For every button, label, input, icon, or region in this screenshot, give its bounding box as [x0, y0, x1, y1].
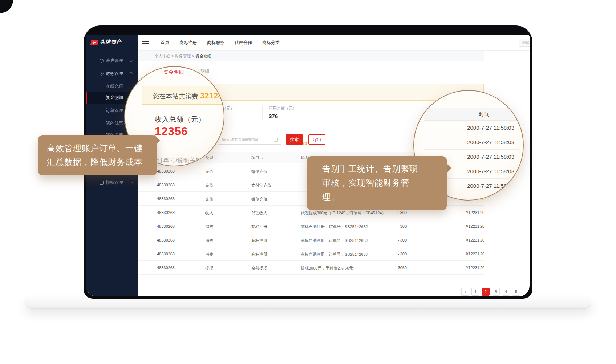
pagination-page-3[interactable]: 3 [492, 288, 500, 296]
table-row[interactable]: 48330268提现余额提现提现3000元，手续费2%(60元)- 3060¥1… [138, 261, 484, 275]
table-cell-project: 商标注册 [251, 224, 267, 230]
table-cell-desc: 商标自助注册，订单号：SB2514263J [301, 252, 368, 257]
pagination-page-2[interactable]: 2 [482, 288, 490, 296]
table-cell-amount: - 300 [370, 238, 407, 242]
date-placeholder: 输入你要查询的时间 [222, 137, 258, 142]
nav-item-trademark-service[interactable]: 商标服务 [207, 40, 224, 46]
sidebar-item-label: 财务管理 [106, 70, 123, 77]
table-cell-order: 48330268 [157, 252, 175, 256]
sidebar-item-finance[interactable]: ¥ 财务管理 [86, 69, 138, 78]
table-cell-order: 48330268 [157, 210, 175, 215]
breadcrumb-finance[interactable]: 财务管理 [175, 54, 191, 58]
stat-balance-label: 可用余额（元） [269, 106, 297, 111]
top-navbar: 首页 商标注册 商标服务 代理合作 商标分类 请输入商标名，申请号，申请人 [138, 35, 530, 51]
sidebar-item-template[interactable]: 模板管理 [86, 178, 138, 187]
brand-subtitle [100, 46, 121, 46]
table-row[interactable]: 48330268消费商标注册商标自助注册，订单号：SB2514263J- 300… [138, 219, 484, 233]
magnified-tab-label: 资金明细 [163, 69, 184, 76]
table-cell-amount: - 3060 [370, 266, 407, 270]
caret-down-icon[interactable] [261, 157, 263, 159]
chevron-up-icon [130, 72, 133, 75]
logo[interactable]: F 头牌知产 [91, 39, 122, 45]
table-row[interactable]: 48330268消费商标注册商标自助注册，订单号：SB2514263J- 300… [138, 247, 484, 261]
table-cell-time: 2000-7-27 11:58:03 [480, 266, 484, 270]
breadcrumb: 个人中心 > 财务管理 > 资金明细 [138, 51, 484, 61]
table-cell-balance: ¥12231 [443, 224, 479, 228]
table-cell-project: 余额提现 [251, 266, 267, 271]
table-cell-time: 2000-7-27 11:58:03 [480, 238, 484, 242]
sidebar-item-online-recharge[interactable]: 在线充值 [86, 81, 138, 91]
sidebar-item-label: 资金明细 [106, 94, 123, 101]
search-button[interactable]: 搜索 [286, 134, 303, 145]
nav-item-trademark-register[interactable]: 商标注册 [179, 40, 197, 46]
table-cell-type: 充值 [205, 183, 213, 188]
callout-text: 理。 [322, 190, 447, 204]
magnified-banner: 您在本站共消费 32124 元 [142, 86, 224, 105]
stat-divider [262, 105, 263, 120]
pagination-page-4[interactable]: 4 [502, 288, 510, 296]
stat-balance-value: 376 [269, 113, 278, 119]
calendar-icon[interactable] [274, 138, 278, 142]
search-input[interactable]: 请输入商标名，申请号，申请人 [519, 39, 530, 47]
table-cell-project: 代理收入 [251, 210, 267, 216]
table-cell-amount: - 300 [370, 252, 407, 256]
breadcrumb-home[interactable]: 个人中心 [154, 54, 170, 58]
table-cell-order: 48330268 [157, 238, 175, 242]
magnified-income-value: 12356 [155, 125, 188, 138]
sidebar-item-account[interactable]: 账户管理 [86, 56, 138, 65]
template-icon [100, 181, 104, 185]
finance-icon: ¥ [100, 72, 104, 76]
table-cell-balance: ¥12231 [443, 238, 479, 242]
tab-secondary-fragment[interactable]: 明细 [200, 68, 209, 74]
brand-name: 头牌知产 [100, 39, 122, 45]
magnified-time-row: 2000-7-27 11:58:03 [424, 135, 519, 150]
table-cell-desc: 商标自助注册，订单号：SB2514263J [301, 238, 368, 243]
pagination-page-1[interactable]: 1 [471, 288, 479, 296]
table-cell-project: 商标注册 [251, 238, 267, 243]
export-button[interactable]: 导出 [308, 134, 325, 145]
magnified-banner-text: 您在本站共消费 32124 元 [153, 91, 224, 101]
table-cell-order: 48330268 [157, 183, 175, 187]
table-cell-project: 微信充值 [251, 169, 267, 174]
marketing-screenshot-stage: F 头牌知产 账户管理 ¥ 财务管理 在线充值 资金明细 订单 [0, 0, 616, 364]
pagination: ‹12345 [461, 288, 520, 296]
date-query-input[interactable]: 输入你要查询的时间 [218, 135, 281, 145]
header-type[interactable]: 类型 [205, 155, 216, 161]
table-cell-time: 2000-7-27 11:58:03 [480, 252, 484, 256]
callout-text: 汇总数据，降低财务成本 [47, 155, 157, 169]
sidebar-item-label: 订单管理 [106, 108, 123, 114]
nav-links: 首页 商标注册 商标服务 代理合作 商标分类 [161, 35, 280, 51]
table-cell-desc: 提现3000元，手续费2%(60元) [301, 266, 354, 271]
table-cell-order: 48330268 [157, 266, 175, 270]
table-cell-time: 2000-7-27 11:58:03 [480, 224, 484, 228]
table-cell-balance: ¥12231 [443, 252, 479, 256]
table-cell-type: 提现 [205, 266, 213, 271]
caret-down-icon[interactable] [215, 157, 217, 159]
pagination-page-5[interactable]: 5 [512, 288, 520, 296]
nav-item-trademark-category[interactable]: 商标分类 [262, 40, 280, 46]
nav-item-agency[interactable]: 代理合作 [235, 40, 252, 46]
nav-item-home[interactable]: 首页 [161, 40, 169, 46]
table-cell-type: 充值 [205, 169, 213, 174]
corner-decoration [0, 0, 13, 13]
table-cell-amount: + 300 [370, 210, 407, 215]
table-cell-amount: - 300 [370, 224, 407, 228]
hamburger-menu-icon[interactable] [142, 40, 149, 45]
magnified-income-label: 收入总额（元） [155, 115, 206, 124]
magnified-time-row: 2000-7-27 11:58:03 [424, 121, 519, 135]
callout-right: 告别手工统计、告别繁琐 审核，实现智能财务管 理。 [307, 156, 447, 210]
table-cell-type: 消费 [205, 238, 213, 243]
table-cell-time: 2000-7-27 11:58:03 [480, 210, 484, 215]
breadcrumb-current: 资金明细 [195, 54, 211, 58]
breadcrumb-separator: > [171, 54, 174, 58]
header-project[interactable]: 项目 [251, 155, 263, 161]
table-row[interactable]: 48330268消费商标注册商标自助注册，订单号：SB2514263J- 300… [138, 233, 484, 247]
pagination-prev-icon[interactable]: ‹ [461, 288, 469, 296]
callout-text: 告别手工统计、告别繁琐 [322, 162, 447, 176]
table-cell-project: 商标注册 [251, 252, 267, 257]
table-cell-desc: 商标自助注册，订单号：SB2514263J [301, 224, 368, 230]
sidebar-item-label: 在线充值 [106, 83, 123, 89]
laptop-base [25, 297, 591, 309]
table-cell-order: 48330268 [157, 197, 175, 201]
table-cell-project: 支付宝充值 [251, 183, 271, 188]
